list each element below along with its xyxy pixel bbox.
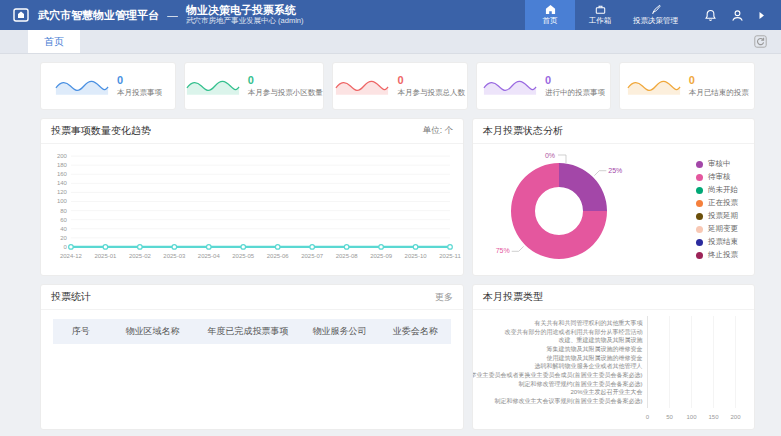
sparkline-chart <box>54 74 110 98</box>
stat-label: 进行中的投票事项 <box>545 88 605 98</box>
legend-label: 待审核 <box>708 172 731 182</box>
legend-label: 终止投票 <box>708 250 738 260</box>
svg-text:160: 160 <box>57 171 68 177</box>
legend-label: 投票延期 <box>708 211 738 221</box>
svg-text:0%: 0% <box>545 152 555 159</box>
svg-text:2025-09: 2025-09 <box>370 253 393 259</box>
column-header: 物业区域名称 <box>109 319 197 344</box>
svg-text:80: 80 <box>60 208 67 214</box>
column-header: 序号 <box>53 319 109 344</box>
stats-panel-header: 投票统计 更多 <box>41 285 463 310</box>
legend-dot <box>696 174 703 181</box>
panel-title: 本月投票类型 <box>483 290 543 304</box>
svg-text:100: 100 <box>57 199 68 205</box>
legend-item[interactable]: 尚未开始 <box>696 185 738 195</box>
panel-title: 投票统计 <box>51 290 91 304</box>
legend-label: 尚未开始 <box>708 185 738 195</box>
column-header: 物业服务公司 <box>300 319 380 344</box>
svg-text:200: 200 <box>57 153 68 159</box>
legend-item[interactable]: 延期变更 <box>696 224 738 234</box>
more-link[interactable]: 更多 <box>435 291 453 304</box>
legend-item[interactable]: 审核中 <box>696 159 738 169</box>
status-panel: 本月投票状态分析 25%75%0% 审核中待审核尚未开始正在投票投票延期延期变更… <box>472 118 755 276</box>
stat-card-in-progress: 0 进行中的投票事项 <box>476 62 612 110</box>
svg-text:改建、重建建筑物及其附属设施: 改建、重建建筑物及其附属设施 <box>559 336 643 344</box>
home-icon <box>545 4 556 15</box>
panel-title: 本月投票状态分析 <box>483 124 563 138</box>
stat-value: 0 <box>397 74 465 87</box>
svg-text:180: 180 <box>57 162 68 168</box>
stat-card-communities: 0 本月参与投票小区数量 <box>184 62 324 110</box>
svg-text:2025-02: 2025-02 <box>129 253 152 259</box>
legend-item[interactable]: 终止投票 <box>696 250 738 260</box>
legend-dot <box>696 187 703 194</box>
types-panel: 本月投票类型 050100150200有关共有和共同管理权利的其他重大事项改变共… <box>472 284 755 430</box>
svg-text:选聘和解聘物业服务企业或者其他管理人: 选聘和解聘物业服务企业或者其他管理人 <box>535 362 643 370</box>
tab-home[interactable]: 首页 <box>28 30 80 53</box>
app-title-block: 物业决策电子投票系统 武穴市房地产事业发展中心 (admin) <box>186 4 304 25</box>
stat-value: 0 <box>545 74 605 87</box>
title-divider: — <box>167 9 178 21</box>
bell-icon[interactable] <box>704 9 717 22</box>
svg-text:2025-10: 2025-10 <box>405 253 428 259</box>
logo-icon <box>12 6 30 24</box>
nav-item-label: 投票决策管理 <box>633 16 678 26</box>
legend-item[interactable]: 投票结束 <box>696 237 738 247</box>
legend-label: 投票结束 <box>708 237 738 247</box>
stat-card-finished: 0 本月已结束的投票 <box>619 62 755 110</box>
svg-text:120: 120 <box>57 189 68 195</box>
legend-item[interactable]: 待审核 <box>696 172 738 182</box>
svg-text:100: 100 <box>686 414 697 420</box>
tab-bar: 首页 <box>0 30 781 54</box>
bar-chart: 050100150200有关共有和共同管理权利的其他重大事项改变共有部分的用途或… <box>473 310 754 429</box>
stat-label: 本月已结束的投票 <box>689 88 749 98</box>
platform-title: 武穴市智慧物业管理平台 <box>38 8 159 23</box>
sparkline-chart <box>334 74 390 98</box>
nav-item-vote-manage[interactable]: 投票决策管理 <box>625 0 686 30</box>
bottom-row: 投票统计 更多 序号 物业区域名称 年度已完成投票事项 物业服务公司 业委会名称 <box>40 284 755 430</box>
panel-title: 投票事项数量变化趋势 <box>51 124 151 138</box>
svg-text:2025-03: 2025-03 <box>163 253 186 259</box>
trend-panel: 投票事项数量变化趋势 单位: 个 02040608010012014016018… <box>40 118 464 276</box>
legend-label: 正在投票 <box>708 198 738 208</box>
legend-dot <box>696 213 703 220</box>
briefcase-icon <box>595 4 606 15</box>
svg-text:20%业主发起召开业主大会: 20%业主发起召开业主大会 <box>570 388 642 396</box>
user-icon[interactable] <box>731 9 744 22</box>
svg-text:2024-12: 2024-12 <box>60 253 83 259</box>
svg-text:筹集建筑物及其附属设施的维修资金: 筹集建筑物及其附属设施的维修资金 <box>547 345 643 353</box>
legend-item[interactable]: 投票延期 <box>696 211 738 221</box>
stats-table: 序号 物业区域名称 年度已完成投票事项 物业服务公司 业委会名称 <box>53 319 451 344</box>
svg-text:2025-06: 2025-06 <box>267 253 290 259</box>
tab-label: 首页 <box>44 35 64 49</box>
stat-label: 本月参与投票小区数量 <box>248 88 323 98</box>
legend-dot <box>696 239 703 246</box>
caret-right-icon[interactable] <box>758 11 765 20</box>
legend-item[interactable]: 正在投票 <box>696 198 738 208</box>
svg-text:2025-01: 2025-01 <box>94 253 117 259</box>
nav-item-workbox[interactable]: 工作箱 <box>575 0 625 30</box>
column-header: 业委会名称 <box>379 319 451 344</box>
stat-value: 0 <box>248 74 323 87</box>
status-panel-header: 本月投票状态分析 <box>473 119 754 144</box>
svg-text:140: 140 <box>57 180 68 186</box>
svg-text:25%: 25% <box>608 166 622 173</box>
svg-text:改变共有部分的用途或者利用共有部分从事经营活动: 改变共有部分的用途或者利用共有部分从事经营活动 <box>505 328 643 336</box>
svg-text:60: 60 <box>60 217 67 223</box>
legend-label: 审核中 <box>708 159 731 169</box>
sparkline-chart <box>626 74 682 98</box>
refresh-icon[interactable] <box>754 35 767 48</box>
nav-item-home[interactable]: 首页 <box>525 0 575 30</box>
column-header: 年度已完成投票事项 <box>196 319 299 344</box>
sparkline-chart <box>482 74 538 98</box>
stat-value: 0 <box>117 74 162 87</box>
header-actions <box>704 9 765 22</box>
stat-value: 0 <box>689 74 749 87</box>
legend-dot <box>696 161 703 168</box>
svg-text:选举业主委员会或者更换业主委员会成员(首届业主委员会备案必选: 选举业主委员会或者更换业主委员会成员(首届业主委员会备案必选) <box>473 371 643 379</box>
top-nav: 首页 工作箱 投票决策管理 <box>525 0 686 30</box>
svg-text:150: 150 <box>708 414 719 420</box>
legend-dot <box>696 226 703 233</box>
legend-label: 延期变更 <box>708 224 738 234</box>
stat-label: 本月参与投票总人数 <box>397 88 465 98</box>
